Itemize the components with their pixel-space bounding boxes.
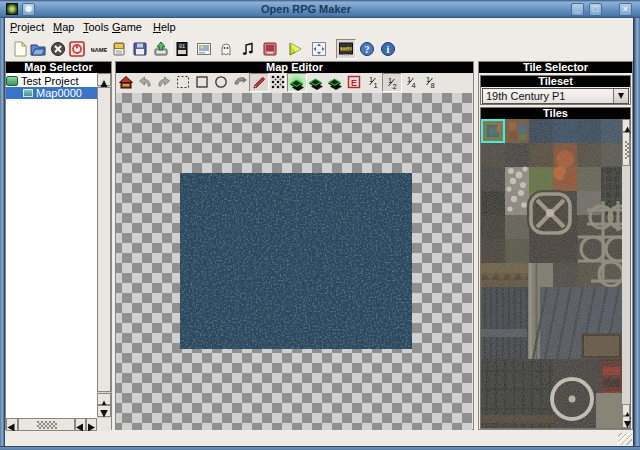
svg-text:i: i	[387, 44, 390, 55]
svg-text:8: 8	[431, 81, 435, 90]
svg-text:E: E	[351, 78, 357, 88]
svg-text:01: 01	[179, 44, 185, 50]
svg-text:4: 4	[412, 81, 416, 90]
svg-text:1: 1	[374, 81, 378, 90]
svg-text:TITLE: TITLE	[341, 47, 351, 51]
svg-text:2: 2	[393, 82, 397, 91]
svg-text:NAME: NAME	[91, 47, 107, 53]
svg-text:?: ?	[365, 44, 370, 55]
